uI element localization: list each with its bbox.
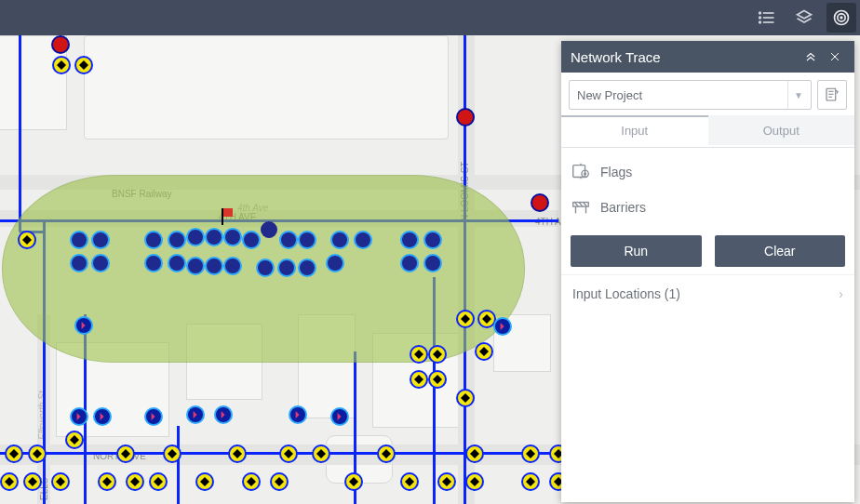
svg-point-4 xyxy=(759,17,761,19)
service-node[interactable] xyxy=(91,254,110,272)
valve-node[interactable] xyxy=(437,472,456,491)
valve-node[interactable] xyxy=(475,342,493,361)
service-node[interactable] xyxy=(298,259,316,277)
barriers-tool[interactable]: Barriers xyxy=(571,191,845,224)
valve-node[interactable] xyxy=(377,444,396,463)
service-node[interactable] xyxy=(205,228,223,246)
layers-icon[interactable] xyxy=(789,3,819,33)
valve-node[interactable] xyxy=(0,472,19,491)
valve-node[interactable] xyxy=(228,444,247,463)
hydrant-node[interactable] xyxy=(531,193,549,212)
meter-node[interactable] xyxy=(70,407,88,426)
tab-input[interactable]: Input xyxy=(561,115,708,147)
meter-node[interactable] xyxy=(214,405,233,424)
service-node[interactable] xyxy=(91,231,110,249)
valve-node[interactable] xyxy=(98,472,116,491)
valve-node[interactable] xyxy=(28,444,47,463)
collapse-icon[interactable] xyxy=(800,46,821,67)
service-node[interactable] xyxy=(70,254,88,272)
service-node[interactable] xyxy=(330,231,349,249)
list-icon[interactable] xyxy=(752,3,782,33)
valve-node[interactable] xyxy=(23,472,42,491)
trace-tool-icon[interactable] xyxy=(826,3,856,33)
valve-node[interactable] xyxy=(410,370,428,389)
service-node[interactable] xyxy=(144,231,163,249)
project-row: New Project ▼ xyxy=(561,73,854,115)
valve-node[interactable] xyxy=(312,444,330,463)
valve-node[interactable] xyxy=(74,56,93,74)
project-select[interactable]: New Project ▼ xyxy=(569,80,812,110)
valve-node[interactable] xyxy=(344,472,363,491)
valve-node[interactable] xyxy=(428,345,447,364)
close-icon[interactable] xyxy=(825,46,845,67)
pipe xyxy=(177,426,180,504)
meter-node[interactable] xyxy=(289,405,307,424)
service-node[interactable] xyxy=(223,228,242,246)
service-node[interactable] xyxy=(223,257,242,275)
valve-node[interactable] xyxy=(51,472,70,491)
valve-node[interactable] xyxy=(195,472,214,491)
valve-node[interactable] xyxy=(456,389,475,407)
service-node[interactable] xyxy=(298,231,316,249)
valve-node[interactable] xyxy=(18,231,36,249)
valve-node[interactable] xyxy=(521,472,540,491)
clear-button[interactable]: Clear xyxy=(715,235,846,267)
valve-node[interactable] xyxy=(52,56,71,74)
service-node[interactable] xyxy=(256,259,275,277)
service-node[interactable] xyxy=(423,231,442,249)
pipe xyxy=(0,219,558,222)
service-node[interactable] xyxy=(186,228,205,246)
meter-node[interactable] xyxy=(186,405,205,424)
service-node[interactable] xyxy=(168,231,186,249)
valve-node[interactable] xyxy=(5,444,23,463)
chevron-down-icon: ▼ xyxy=(787,81,803,109)
meter-node[interactable] xyxy=(144,407,163,426)
valve-node[interactable] xyxy=(149,472,168,491)
service-node[interactable] xyxy=(400,231,419,249)
meter-node[interactable] xyxy=(74,316,93,335)
flags-tool[interactable]: Flags xyxy=(571,155,845,189)
service-node[interactable] xyxy=(277,259,296,277)
valve-node[interactable] xyxy=(279,444,298,463)
valve-node[interactable] xyxy=(465,472,484,491)
service-node[interactable] xyxy=(326,254,344,272)
valve-node[interactable] xyxy=(65,431,84,449)
valve-node[interactable] xyxy=(428,370,447,389)
valve-node[interactable] xyxy=(456,310,475,328)
meter-node[interactable] xyxy=(330,407,349,426)
pipe xyxy=(433,277,436,504)
new-project-button[interactable] xyxy=(817,80,847,110)
service-node[interactable] xyxy=(423,254,442,272)
hydrant-node[interactable] xyxy=(51,35,70,54)
valve-node[interactable] xyxy=(116,444,135,463)
service-node[interactable] xyxy=(70,231,88,249)
meter-node[interactable] xyxy=(493,317,512,336)
valve-node[interactable] xyxy=(126,472,144,491)
service-node[interactable] xyxy=(168,254,186,272)
meter-node[interactable] xyxy=(93,407,112,426)
barriers-icon xyxy=(571,197,591,218)
service-node[interactable] xyxy=(205,257,223,275)
service-node[interactable] xyxy=(354,231,372,249)
valve-node[interactable] xyxy=(410,345,428,364)
valve-node[interactable] xyxy=(242,472,261,491)
run-button[interactable]: Run xyxy=(571,235,702,267)
valve-node[interactable] xyxy=(465,444,484,463)
service-node[interactable] xyxy=(279,231,298,249)
service-node[interactable] xyxy=(186,257,205,275)
input-locations-row[interactable]: Input Locations (1) › xyxy=(561,274,854,312)
valve-node[interactable] xyxy=(521,444,540,463)
valve-node[interactable] xyxy=(163,444,181,463)
valve-node[interactable] xyxy=(400,472,419,491)
valve-node[interactable] xyxy=(270,472,289,491)
building-block xyxy=(186,324,262,400)
pipe xyxy=(464,35,466,504)
road-4th-ave xyxy=(0,210,558,227)
input-flag-icon[interactable] xyxy=(222,208,235,225)
service-node[interactable] xyxy=(242,231,261,249)
cursor-point-icon xyxy=(261,221,277,238)
hydrant-node[interactable] xyxy=(456,108,475,126)
service-node[interactable] xyxy=(144,254,163,272)
service-node[interactable] xyxy=(400,254,419,272)
tab-output[interactable]: Output xyxy=(708,115,855,145)
